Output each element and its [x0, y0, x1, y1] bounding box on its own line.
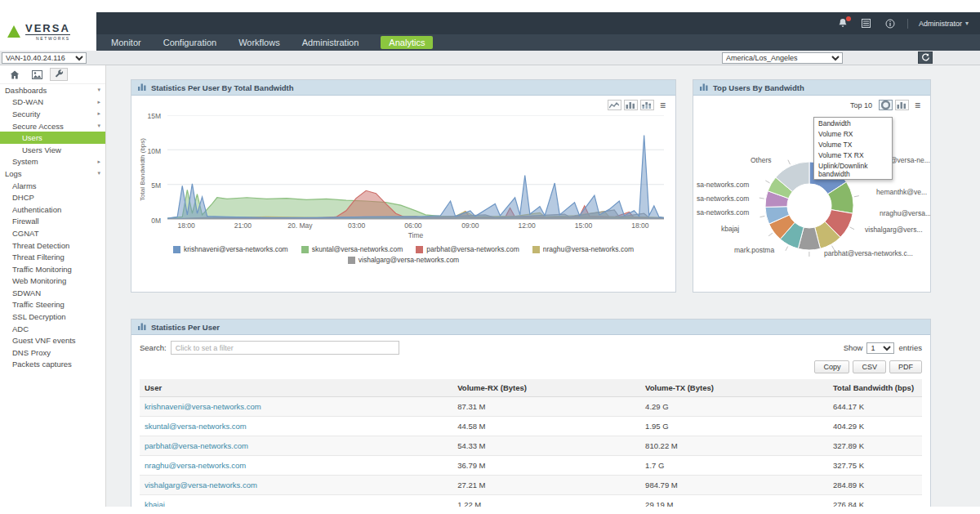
nav-administration[interactable]: Administration	[302, 38, 359, 47]
bandwidth-legend: krishnaveni@versa-networks.comskuntal@ve…	[131, 245, 675, 264]
table-header-row: User Volume-RX (Bytes) Volume-TX (Bytes)…	[140, 379, 922, 397]
refresh-button[interactable]	[918, 51, 933, 64]
sidebar-item-ssl-decryption[interactable]: SSL Decryption	[0, 311, 105, 323]
sidebar-item-system[interactable]: System▸	[0, 156, 105, 168]
chevron-right-icon: ▸	[97, 110, 100, 117]
cell-value: 276.84 K	[828, 495, 922, 507]
panel-top-users-by-bandwidth: Top Users By Bandwidth Top 10 ≡	[693, 79, 931, 293]
sidebar-item-logs[interactable]: Logs▾	[0, 168, 105, 180]
sidebar-item-cgnat[interactable]: CGNAT	[0, 227, 105, 239]
column-header-total-bandwidth[interactable]: Total Bandwidth (bps)	[828, 379, 922, 397]
user-link[interactable]: nraghu@versa-networks.com	[140, 456, 452, 476]
sidebar-item-dns-proxy[interactable]: DNS Proxy	[0, 346, 105, 359]
sidebar-item-label: DHCP	[12, 193, 34, 202]
dropdown-item-volume-tx[interactable]: Volume TX	[814, 139, 892, 150]
sidebar-item-users[interactable]: Users	[0, 132, 105, 144]
cell-value: 644.17 K	[828, 397, 922, 417]
user-link[interactable]: kbajaj	[140, 495, 452, 507]
dropdown-item-uplink-downlink-bandwidth[interactable]: Uplink/Downlink bandwidth	[814, 160, 892, 179]
table-controls: Search: Show 1 entries	[131, 335, 930, 358]
x-tick-label: 12:00	[519, 221, 536, 230]
user-link[interactable]: krishnaveni@versa-networks.com	[140, 397, 452, 417]
column-header-volume-rx[interactable]: Volume-RX (Bytes)	[452, 379, 640, 397]
user-menu[interactable]: Administrator ▾	[919, 20, 969, 28]
dropdown-item-bandwidth[interactable]: Bandwidth	[814, 118, 892, 128]
chart-menu-icon[interactable]: ≡	[915, 101, 920, 110]
sidebar-item-traffic-steering[interactable]: Traffic Steering	[0, 299, 105, 311]
csv-button[interactable]: CSV	[853, 360, 886, 373]
timezone-select[interactable]: America/Los_Angeles	[722, 52, 843, 64]
search-input[interactable]	[171, 341, 399, 355]
line-chart-type-icon[interactable]	[608, 100, 621, 110]
column-chart-type-icon[interactable]	[895, 100, 909, 110]
sidebar-item-users-view[interactable]: Users View	[0, 144, 105, 156]
sidebar-item-authentication[interactable]: Authentication	[0, 203, 105, 216]
chevron-down-icon: ▾	[97, 123, 100, 129]
legend-item[interactable]: krishnaveni@versa-networks.com	[173, 245, 288, 253]
sidebar-item-web-monitoring[interactable]: Web Monitoring	[0, 275, 105, 288]
bandwidth-plot[interactable]	[167, 115, 664, 219]
bar-chart-icon	[138, 323, 146, 332]
donut-label: hemanthk@ve...	[876, 188, 927, 196]
sidebar-item-threat-detection[interactable]: Threat Detection	[0, 239, 105, 252]
sidebar-item-sd-wan[interactable]: SD-WAN▸	[0, 96, 105, 109]
column-header-volume-tx[interactable]: Volume-TX (Bytes)	[640, 379, 828, 397]
user-link[interactable]: skuntal@versa-networks.com	[140, 417, 452, 436]
legend-item[interactable]: parbhat@versa-networks.com	[416, 245, 519, 253]
copy-button[interactable]: Copy	[814, 360, 849, 373]
legend-swatch-icon	[173, 246, 180, 253]
content-area: Dashboards▾SD-WAN▸Security▸Secure Access…	[0, 65, 980, 507]
sidebar-item-sdwan[interactable]: SDWAN	[0, 287, 105, 299]
panel-title: Statistics Per User	[151, 323, 220, 332]
sidebar-item-label: Traffic Monitoring	[12, 265, 72, 274]
task-list-icon[interactable]	[860, 17, 873, 30]
stacked-chart-type-icon[interactable]	[640, 100, 654, 110]
sidebar-item-traffic-monitoring[interactable]: Traffic Monitoring	[0, 263, 105, 275]
sidebar-item-dhcp[interactable]: DHCP	[0, 191, 105, 203]
appliance-select[interactable]: VAN-10.40.24.116	[2, 52, 87, 64]
home-icon[interactable]	[6, 68, 24, 81]
sidebar-item-label: System	[12, 157, 38, 166]
nav-monitor[interactable]: Monitor	[111, 38, 141, 47]
sidebar-item-packets-captures[interactable]: Packets captures	[0, 359, 105, 371]
dropdown-item-volume-rx[interactable]: Volume RX	[814, 128, 892, 139]
bar-chart-icon	[700, 83, 708, 92]
nav-configuration[interactable]: Configuration	[163, 38, 216, 47]
legend-item[interactable]: skuntal@versa-networks.com	[301, 245, 403, 253]
sidebar-item-security[interactable]: Security▸	[0, 108, 105, 120]
sidebar-item-dashboards[interactable]: Dashboards▾	[0, 84, 105, 96]
cell-value: 810.22 M	[640, 436, 828, 456]
user-link[interactable]: vishalgarg@versa-networks.com	[140, 476, 452, 495]
user-link[interactable]: parbhat@versa-networks.com	[140, 436, 452, 456]
donut-chart-type-icon[interactable]	[879, 100, 893, 110]
dropdown-item-volume-tx-rx[interactable]: Volume TX RX	[814, 150, 892, 160]
page-size-select[interactable]: 1	[866, 342, 894, 354]
top-n-label[interactable]: Top 10	[850, 101, 872, 110]
sidebar-item-guest-vnf-events[interactable]: Guest VNF events	[0, 334, 105, 346]
sidebar-item-secure-access[interactable]: Secure Access▾	[0, 120, 105, 132]
dashboard-image-icon[interactable]	[28, 68, 46, 81]
sidebar-item-label: Traffic Steering	[12, 300, 65, 309]
info-icon[interactable]	[884, 17, 897, 30]
nav-workflows[interactable]: Workflows	[238, 38, 280, 47]
brand-name: VERSA	[25, 23, 70, 35]
sidebar-item-threat-filtering[interactable]: Threat Filtering	[0, 251, 105, 263]
table-row: kbajaj1.22 M29.19 M276.84 K	[140, 495, 922, 507]
x-tick-label: 18:00	[177, 221, 194, 230]
sidebar-item-label: SD-WAN	[12, 97, 43, 106]
pdf-button[interactable]: PDF	[889, 360, 922, 373]
sidebar-item-alarms[interactable]: Alarms	[0, 180, 105, 192]
notifications-bell-icon[interactable]	[836, 17, 849, 30]
column-chart-type-icon[interactable]	[624, 100, 638, 110]
legend-item[interactable]: nraghu@versa-networks.com	[532, 245, 634, 253]
legend-item[interactable]: vishalgarg@versa-networks.com	[348, 256, 459, 264]
nav-analytics[interactable]: Analytics	[381, 36, 433, 49]
appliance-toolbar: VAN-10.40.24.116 America/Los_Angeles	[0, 51, 980, 65]
sidebar-item-adc[interactable]: ADC	[0, 323, 105, 335]
column-header-user[interactable]: User	[140, 379, 452, 397]
tools-wrench-icon[interactable]	[50, 68, 68, 81]
stats-table: User Volume-RX (Bytes) Volume-TX (Bytes)…	[140, 379, 922, 507]
chart-menu-icon[interactable]: ≡	[660, 101, 666, 110]
chevron-down-icon: ▾	[965, 20, 969, 27]
sidebar-item-firewall[interactable]: Firewall	[0, 216, 105, 228]
